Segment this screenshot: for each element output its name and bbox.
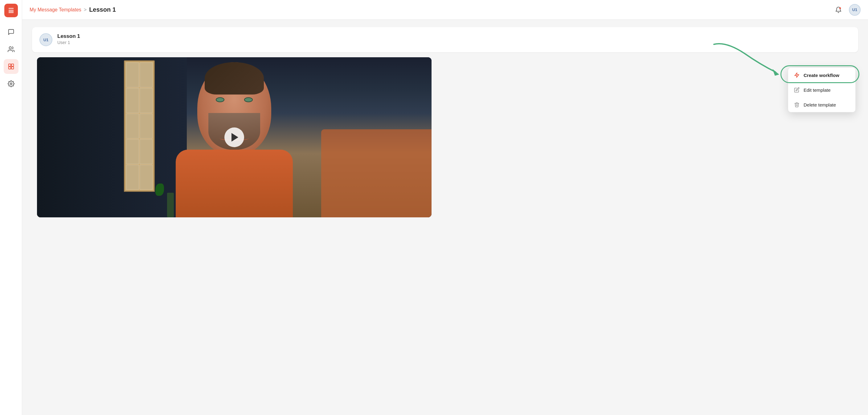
edit-template-label: Edit template [804, 88, 831, 93]
trash-icon [794, 102, 800, 108]
breadcrumb-separator: > [84, 7, 87, 13]
couch [321, 129, 432, 217]
template-title: Lesson 1 [57, 33, 851, 39]
page-content: U1 Lesson 1 User 1 [22, 20, 868, 415]
dropdown-item-delete-template[interactable]: Delete template [788, 97, 855, 112]
template-owner-avatar: U1 [39, 33, 53, 46]
app-logo[interactable] [4, 4, 18, 17]
breadcrumb-link[interactable]: My Message Templates [30, 7, 82, 13]
plant-stem [167, 193, 174, 217]
sidebar-navigation [0, 25, 22, 91]
lightning-icon [794, 72, 800, 78]
dropdown-item-edit-template[interactable]: Edit template [788, 82, 855, 97]
svg-rect-2 [11, 64, 13, 66]
sidebar-item-chat[interactable] [4, 25, 19, 39]
door-pane [140, 165, 153, 189]
template-user: User 1 [57, 40, 851, 45]
sidebar-item-settings[interactable] [4, 76, 19, 91]
door-pane [140, 139, 153, 164]
door-pane [126, 165, 139, 189]
svg-rect-1 [8, 64, 10, 66]
svg-marker-8 [795, 73, 799, 78]
svg-rect-3 [8, 67, 10, 69]
dropdown-item-create-workflow[interactable]: Create workflow [788, 68, 855, 82]
delete-template-label: Delete template [804, 102, 836, 107]
breadcrumb-current: Lesson 1 [89, 6, 116, 13]
door-pane [126, 63, 139, 88]
sidebar-item-templates[interactable] [4, 59, 19, 74]
template-card: U1 Lesson 1 User 1 [32, 27, 858, 52]
svg-point-5 [10, 83, 12, 85]
door-grid [125, 61, 154, 191]
edit-icon [794, 87, 800, 93]
svg-marker-7 [772, 69, 779, 76]
door-pane [140, 63, 153, 88]
header-actions: U1 [833, 4, 861, 16]
door-pane [140, 114, 153, 139]
door-frame [124, 60, 155, 192]
sidebar [0, 0, 22, 415]
person-right-eye [244, 97, 253, 102]
main-content: My Message Templates > Lesson 1 U1 U1 Le… [22, 0, 868, 415]
template-info: Lesson 1 User 1 [57, 33, 851, 45]
svg-point-6 [839, 7, 841, 9]
plant-leaf [155, 183, 164, 196]
door-pane [126, 88, 139, 113]
sidebar-item-contacts[interactable] [4, 42, 19, 57]
dropdown-menu: Create workflow Edit template [788, 67, 856, 112]
breadcrumb: My Message Templates > Lesson 1 [30, 6, 116, 13]
play-button[interactable] [224, 128, 244, 147]
video-container [37, 57, 432, 217]
page-header: My Message Templates > Lesson 1 U1 [22, 0, 868, 20]
user-avatar-header[interactable]: U1 [849, 4, 861, 16]
svg-point-0 [9, 47, 11, 49]
door-pane [140, 88, 153, 113]
svg-rect-4 [11, 67, 13, 69]
create-workflow-label: Create workflow [804, 73, 839, 78]
person-hoodie [176, 150, 293, 217]
left-wall [37, 57, 187, 217]
video-placeholder [37, 57, 432, 217]
notification-button[interactable] [833, 4, 844, 15]
door-pane [126, 139, 139, 164]
person-hair [205, 62, 264, 95]
door-pane [126, 114, 139, 139]
person-left-eye [216, 97, 224, 102]
